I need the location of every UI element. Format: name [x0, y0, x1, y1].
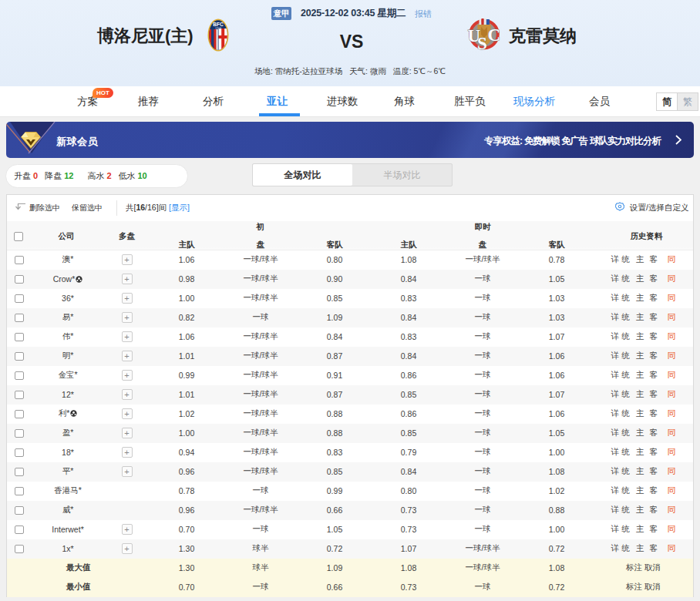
svg-text:C: C [488, 25, 501, 45]
svg-text:1909: 1909 [215, 27, 221, 30]
svg-text:S: S [477, 34, 487, 53]
svg-text:BFC: BFC [213, 22, 224, 27]
